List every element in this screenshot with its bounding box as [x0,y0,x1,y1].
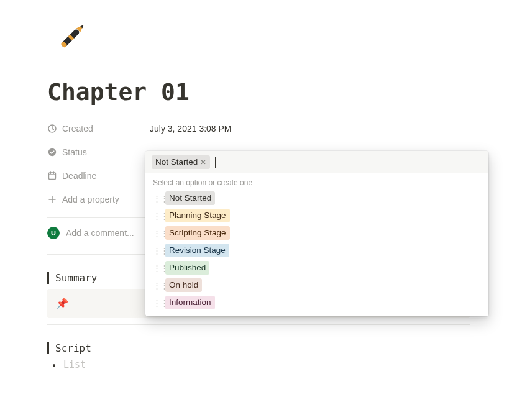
selected-tag[interactable]: Not Started ✕ [152,155,210,169]
option-tag: Information [165,296,215,309]
list-item[interactable]: List [52,359,470,370]
add-property-label: Add a property [62,194,119,204]
svg-rect-5 [49,173,56,180]
text-cursor [215,157,216,168]
property-created[interactable]: Created July 3, 2021 3:08 PM [47,117,470,140]
status-search-input[interactable] [219,155,482,169]
status-option-list: ⋮⋮Not Started⋮⋮Planning Stage⋮⋮Scripting… [145,189,488,316]
option-tag: Not Started [165,191,215,205]
status-icon [47,147,57,157]
drag-handle-icon[interactable]: ⋮⋮ [153,229,160,238]
status-option[interactable]: ⋮⋮Revision Stage [149,242,485,259]
drag-handle-icon[interactable]: ⋮⋮ [153,246,160,255]
status-option[interactable]: ⋮⋮Scripting Stage [149,224,485,242]
status-option[interactable]: ⋮⋮Information [149,294,485,311]
option-tag: Planning Stage [165,209,230,222]
status-select-popover: Not Started ✕ Select an option or create… [145,151,488,316]
property-value: July 3, 2021 3:08 PM [150,124,232,134]
pen-icon [50,15,93,58]
popover-input-row[interactable]: Not Started ✕ [145,151,488,173]
status-option[interactable]: ⋮⋮Planning Stage [149,207,485,224]
page-title[interactable]: Chapter 01 [47,78,470,106]
option-tag: Published [165,261,209,275]
property-label: Status [62,147,87,157]
drag-handle-icon[interactable]: ⋮⋮ [153,194,160,203]
section-heading-script[interactable]: Script [47,342,470,354]
avatar: U [47,227,60,239]
script-bullet-list[interactable]: List [47,359,470,370]
status-option[interactable]: ⋮⋮Not Started [149,189,485,207]
option-tag: Scripting Stage [165,226,230,240]
drag-handle-icon[interactable]: ⋮⋮ [153,263,160,273]
drag-handle-icon[interactable]: ⋮⋮ [153,211,160,221]
property-label: Created [62,124,93,134]
status-option[interactable]: ⋮⋮On hold [149,276,485,294]
option-tag: On hold [165,278,202,292]
clock-icon [47,124,57,134]
calendar-icon [47,171,57,181]
drag-handle-icon[interactable]: ⋮⋮ [153,298,160,308]
divider [47,324,470,325]
comment-placeholder: Add a comment... [66,228,134,238]
pin-icon: 📌 [56,298,68,309]
status-option[interactable]: ⋮⋮Published [149,259,485,276]
remove-tag-icon[interactable]: ✕ [200,156,206,168]
option-tag: Revision Stage [165,244,229,257]
selected-tag-label: Not Started [155,156,198,168]
plus-icon [47,194,57,204]
popover-hint: Select an option or create one [145,173,488,189]
page-icon[interactable] [47,12,96,61]
drag-handle-icon[interactable]: ⋮⋮ [153,281,160,290]
property-label: Deadline [62,171,96,181]
